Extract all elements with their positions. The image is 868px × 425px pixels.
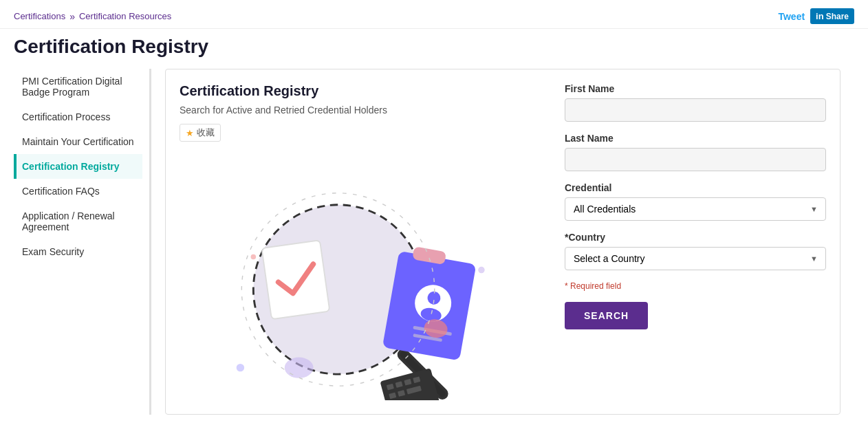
country-group: *Country Select a Country United States …: [565, 232, 826, 270]
linkedin-icon: in: [816, 11, 824, 21]
sidebar-item-pmi-badge[interactable]: PMI Certification Digital Badge Program: [14, 69, 142, 105]
tweet-button[interactable]: Tweet: [778, 11, 805, 22]
credential-select[interactable]: All Credentials PMP PMI-ACP CAPM PgMP Pf…: [565, 197, 826, 221]
bookmark-button[interactable]: ★ 收藏: [180, 124, 221, 142]
breadcrumb: Certifications » Certification Resources: [14, 11, 171, 22]
registry-subtitle: Search for Active and Retried Credential…: [180, 105, 551, 116]
svg-point-24: [237, 364, 244, 371]
credential-group: Credential All Credentials PMP PMI-ACP C…: [565, 182, 826, 221]
country-label: *Country: [565, 232, 826, 243]
sidebar-item-maintain-cert[interactable]: Maintain Your Certification: [14, 129, 142, 154]
top-bar: Certifications » Certification Resources…: [0, 0, 868, 29]
last-name-group: Last Name: [565, 133, 826, 171]
linkedin-share-button[interactable]: in Share: [810, 8, 854, 24]
first-name-group: First Name: [565, 83, 826, 122]
social-buttons: Tweet in Share: [778, 8, 854, 24]
sidebar-item-cert-process[interactable]: Certification Process: [14, 105, 142, 129]
registry-panel-title: Certification Registry: [180, 83, 551, 99]
svg-point-12: [285, 357, 314, 378]
content-area: Certification Registry Search for Active…: [151, 69, 854, 415]
svg-point-23: [478, 267, 484, 273]
registry-left: Certification Registry Search for Active…: [180, 83, 551, 400]
sidebar: PMI Certification Digital Badge Program …: [14, 69, 151, 415]
illustration: [180, 153, 510, 400]
page-title: Certification Registry: [14, 36, 854, 58]
first-name-input[interactable]: [565, 98, 826, 122]
last-name-input[interactable]: [565, 148, 826, 171]
sidebar-item-cert-registry[interactable]: Certification Registry: [14, 154, 142, 179]
registry-form: First Name Last Name Credential All Cred…: [565, 83, 826, 400]
sidebar-item-exam-security[interactable]: Exam Security: [14, 239, 142, 264]
country-select[interactable]: Select a Country United States United Ki…: [565, 247, 826, 270]
country-select-wrapper: Select a Country United States United Ki…: [565, 247, 826, 270]
registry-panel: Certification Registry Search for Active…: [165, 69, 840, 415]
main-layout: PMI Certification Digital Badge Program …: [0, 69, 868, 415]
linkedin-label: Share: [826, 12, 849, 21]
first-name-label: First Name: [565, 83, 826, 94]
breadcrumb-resources[interactable]: Certification Resources: [79, 11, 171, 21]
page-header: Certification Registry: [0, 29, 868, 69]
last-name-label: Last Name: [565, 133, 826, 144]
star-icon: ★: [186, 128, 194, 138]
required-note: * Required field: [565, 281, 826, 291]
svg-rect-10: [261, 240, 329, 319]
breadcrumb-separator: »: [69, 11, 75, 22]
credential-label: Credential: [565, 182, 826, 193]
sidebar-item-app-renewal[interactable]: Application / Renewal Agreement: [14, 204, 142, 239]
sidebar-item-cert-faqs[interactable]: Certification FAQs: [14, 179, 142, 204]
breadcrumb-certifications[interactable]: Certifications: [14, 11, 65, 21]
credential-select-wrapper: All Credentials PMP PMI-ACP CAPM PgMP Pf…: [565, 197, 826, 221]
bookmark-label: 收藏: [197, 127, 215, 139]
svg-point-22: [251, 254, 257, 260]
search-button[interactable]: SEARCH: [565, 302, 648, 329]
